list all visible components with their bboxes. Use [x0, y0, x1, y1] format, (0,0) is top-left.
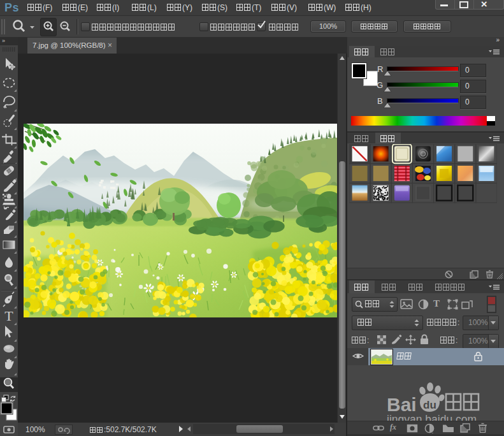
svg-text:du: du: [423, 399, 436, 411]
svg-text:Bai: Bai: [387, 394, 417, 415]
svg-text:T: T: [4, 308, 13, 324]
